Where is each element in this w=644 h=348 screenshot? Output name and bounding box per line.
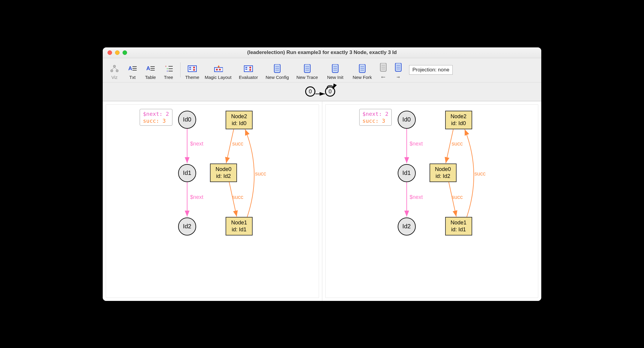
edges-left: [106, 105, 319, 298]
id1-node[interactable]: Id1: [398, 164, 416, 182]
newfork-button[interactable]: New Fork: [349, 60, 375, 80]
window-controls: [108, 50, 127, 55]
theme-button[interactable]: Theme: [184, 60, 201, 80]
table-icon: A: [146, 64, 155, 74]
maximize-icon[interactable]: [123, 50, 127, 55]
toolbar: Viz A Txt A Table Tree Theme: [103, 58, 541, 82]
id0-node[interactable]: Id0: [178, 111, 196, 129]
svg-rect-24: [214, 68, 223, 72]
newconfig-button[interactable]: New Config: [262, 60, 292, 80]
state-1[interactable]: 0: [325, 86, 335, 97]
viz-icon: [110, 64, 119, 74]
app-window: (leaderelection) Run example3 for exactl…: [103, 47, 541, 301]
viz-button[interactable]: Viz: [106, 60, 123, 80]
toolbar-separator: [180, 62, 181, 77]
close-icon[interactable]: [108, 50, 112, 55]
minimize-icon[interactable]: [115, 50, 120, 55]
scroll-icon: [302, 64, 312, 74]
prev-button[interactable]: ⟵: [376, 60, 390, 80]
succ-label: succ: [232, 194, 243, 200]
magic-layout-icon: [213, 64, 223, 74]
titlebar: (leaderelection) Run example3 for exactl…: [103, 47, 541, 58]
svg-text:A: A: [128, 65, 132, 71]
legend-succ: succ: 3: [363, 117, 389, 124]
svg-point-25: [216, 69, 218, 70]
succ-label: succ: [255, 171, 266, 177]
svg-line-4: [114, 68, 117, 70]
pane-divider[interactable]: [322, 101, 322, 301]
svg-rect-30: [245, 69, 247, 70]
node1[interactable]: Node1 id: Id1: [445, 217, 472, 236]
svg-line-3: [112, 68, 114, 70]
visualization-panes: $next: 2 succ: 3 Id0 Id1 Id2 Node2 id: I…: [103, 101, 541, 301]
svg-rect-29: [245, 67, 247, 68]
state-0[interactable]: 0: [305, 86, 315, 97]
legend-succ: succ: 3: [143, 117, 169, 124]
scroll-icon: [357, 64, 367, 74]
svg-point-23: [193, 69, 195, 71]
next-label: $next: [410, 194, 423, 200]
legend-box: $next: 2 succ: 3: [359, 109, 392, 126]
scroll-icon-disabled: [378, 63, 388, 72]
id2-node[interactable]: Id2: [398, 218, 416, 236]
id2-node[interactable]: Id2: [178, 218, 196, 236]
svg-point-31: [249, 67, 251, 68]
magic-layout-button[interactable]: Magic Layout: [202, 60, 235, 80]
projection-selector[interactable]: Projection: none: [409, 65, 453, 75]
svg-rect-20: [189, 67, 191, 68]
id1-node[interactable]: Id1: [178, 164, 196, 182]
node0[interactable]: Node0 id: Id2: [430, 164, 457, 182]
next-label: $next: [190, 194, 203, 200]
evaluator-button[interactable]: Evaluator: [235, 60, 262, 80]
tree-icon: [164, 64, 173, 74]
succ-label: succ: [475, 171, 486, 177]
succ-label: succ: [452, 141, 463, 147]
state-bar: 0 0: [103, 82, 541, 101]
svg-point-2: [116, 70, 118, 72]
newinit-button[interactable]: New Init: [322, 60, 348, 80]
legend-box: $next: 2 succ: 3: [140, 109, 172, 126]
edges-right: [326, 105, 538, 298]
tree-button[interactable]: Tree: [160, 60, 177, 80]
svg-point-32: [249, 69, 251, 71]
scroll-icon: [330, 64, 340, 74]
svg-point-22: [193, 67, 195, 68]
node2[interactable]: Node2 id: Id0: [445, 111, 472, 129]
table-button[interactable]: A Table: [142, 60, 159, 80]
svg-point-0: [113, 65, 116, 68]
svg-point-1: [111, 70, 113, 72]
id0-node[interactable]: Id0: [398, 111, 416, 129]
window-title: (leaderelection) Run example3 for exactl…: [103, 50, 541, 56]
node1[interactable]: Node1 id: Id1: [226, 217, 253, 236]
txt-icon: A: [128, 64, 137, 74]
svg-marker-27: [217, 65, 220, 68]
svg-point-14: [167, 68, 168, 69]
next-label: $next: [410, 141, 423, 147]
svg-point-26: [219, 69, 221, 70]
newtrace-button[interactable]: New Trace: [293, 60, 321, 80]
svg-point-15: [167, 70, 168, 72]
scroll-icon: [272, 64, 282, 74]
evaluator-icon: [244, 64, 253, 74]
theme-icon: [187, 64, 197, 74]
scroll-icon: [393, 63, 403, 72]
legend-next: $next: 2: [143, 110, 169, 117]
next-label: $next: [190, 141, 203, 147]
svg-text:A: A: [146, 65, 150, 71]
succ-label: succ: [452, 194, 463, 200]
pane-right: $next: 2 succ: 3 Id0 Id1 Id2 Node2 id: I…: [325, 104, 539, 298]
pane-left: $next: 2 succ: 3 Id0 Id1 Id2 Node2 id: I…: [106, 104, 319, 298]
next-button[interactable]: →: [391, 60, 406, 80]
node0[interactable]: Node0 id: Id2: [210, 164, 237, 182]
svg-rect-21: [189, 69, 191, 70]
txt-button[interactable]: A Txt: [124, 60, 141, 80]
node2[interactable]: Node2 id: Id0: [226, 111, 253, 129]
svg-point-13: [165, 66, 166, 67]
legend-next: $next: 2: [363, 110, 389, 117]
succ-label: succ: [232, 141, 243, 147]
